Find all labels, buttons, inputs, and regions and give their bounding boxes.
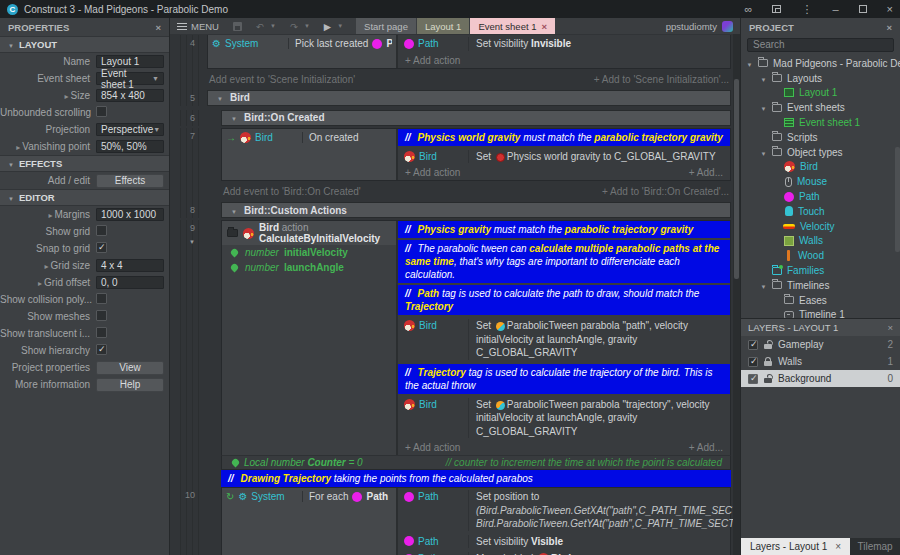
section-effects[interactable]: EFFECTS [0, 155, 169, 172]
tab-tilemap[interactable]: Tilemap [850, 538, 900, 555]
action-row[interactable]: Path Set visibility Invisible [398, 35, 730, 53]
close-project-icon[interactable]: × [886, 22, 892, 33]
layer-visible-checkbox[interactable] [748, 374, 758, 384]
tree-item-scripts[interactable]: Scripts [741, 130, 900, 145]
section-layout[interactable]: LAYOUT [0, 36, 169, 53]
preview-button[interactable]: ▶▼ [317, 18, 350, 34]
size-field[interactable]: 854 x 480 [96, 89, 164, 102]
add-action-link[interactable]: + Add action [405, 55, 460, 66]
collapse-icon[interactable] [231, 205, 237, 216]
local-variable-row[interactable]: Local number Counter = 0 // counter to i… [221, 455, 731, 470]
close-layers-icon[interactable]: × [887, 322, 893, 333]
action-row[interactable]: Path Set position to (Bird.ParabolicTwee… [398, 488, 730, 533]
snap-to-grid-checkbox[interactable] [96, 242, 107, 253]
minimize-button[interactable]: – [832, 3, 838, 15]
layer-row-gameplay[interactable]: Gameplay2 [741, 336, 900, 353]
show-grid-checkbox[interactable] [96, 225, 107, 236]
tree-item-mouse[interactable]: Mouse [741, 174, 900, 189]
add-to-group-link[interactable]: + Add to 'Bird::On Created'... [602, 186, 729, 197]
comment[interactable]: //Physics gravity must match the parabol… [398, 221, 730, 238]
tab-event-sheet-1[interactable]: Event sheet 1× [470, 18, 555, 34]
event-sheet-scrollbar[interactable] [733, 34, 740, 555]
grid-size-field[interactable]: 4 x 4 [96, 259, 164, 272]
tree-item-wood[interactable]: Wood [741, 248, 900, 263]
lock-closed-icon[interactable] [764, 361, 772, 366]
condition-row[interactable]: ↻⚙System For each Path [222, 488, 396, 505]
show-collision-checkbox[interactable] [96, 293, 107, 304]
tree-item-bird[interactable]: Bird [741, 160, 900, 175]
event-sheet-select[interactable]: Event sheet 1▼ [96, 72, 164, 85]
collapse-icon[interactable] [217, 92, 223, 103]
layer-visible-checkbox[interactable] [748, 357, 758, 367]
collapse-icon[interactable] [189, 236, 195, 246]
tree-item-eases[interactable]: Eases [741, 293, 900, 308]
menu-button[interactable]: MENU [170, 18, 226, 34]
name-field[interactable]: Layout 1 [96, 55, 164, 68]
effects-button[interactable]: Effects [96, 174, 164, 188]
vanishing-point-field[interactable]: 50%, 50% [96, 140, 164, 153]
tree-item-velocity[interactable]: Velocity [741, 219, 900, 234]
remote-link-icon[interactable]: ∞ [745, 3, 753, 15]
action-row[interactable]: Bird Set ParabolicTween parabola "trajec… [398, 396, 730, 441]
action-row[interactable]: Bird Set ParabolicTween parabola "path",… [398, 317, 730, 362]
section-editor[interactable]: EDITOR [0, 189, 169, 206]
add-to-group-link[interactable]: + Add to 'Scene Initialization'... [594, 74, 729, 85]
layer-row-background[interactable]: Background0 [741, 370, 900, 387]
parameter-row[interactable]: numberlaunchAngle [222, 260, 396, 275]
scrollbar-thumb[interactable] [734, 79, 739, 279]
comment[interactable]: //Physics world gravity must match the p… [398, 129, 730, 146]
maximize-button[interactable] [859, 5, 867, 13]
add-link[interactable]: + Add... [689, 167, 723, 178]
tree-item-layout-1[interactable]: Layout 1 [741, 86, 900, 101]
parameter-row[interactable]: numberinitialVelocity [222, 245, 396, 260]
tree-item-object-types[interactable]: Object types [741, 145, 900, 160]
tree-item-touch[interactable]: Touch [741, 204, 900, 219]
workspace-icon[interactable] [772, 5, 781, 13]
search-input[interactable]: Search [747, 38, 894, 52]
tree-item-layouts[interactable]: Layouts [741, 71, 900, 86]
tree-item-event-sheet-1[interactable]: Event sheet 1 [741, 115, 900, 130]
show-meshes-checkbox[interactable] [96, 310, 107, 321]
inline-comment[interactable]: // counter to increment the time at whic… [446, 457, 722, 468]
tree-item-walls[interactable]: Walls [741, 234, 900, 249]
add-action-link[interactable]: + Add action [405, 442, 460, 453]
group-bird-on-created[interactable]: Bird::On Created [221, 110, 731, 126]
layer-row-walls[interactable]: Walls1 [741, 353, 900, 370]
custom-action-header[interactable]: Bird action CalculateByInitialVelocity [222, 221, 396, 245]
action-row[interactable]: Bird Set Physics world gravity to C_GLOB… [398, 148, 730, 166]
comment[interactable]: //The parabolic tween can calculate mult… [398, 240, 730, 283]
group-bird-custom-actions[interactable]: Bird::Custom Actions [221, 202, 731, 218]
collapse-icon[interactable] [231, 112, 237, 123]
close-window-button[interactable]: × [887, 3, 893, 15]
condition-row[interactable]: ⚙System Pick last created Path [208, 35, 396, 52]
tree-item-families[interactable]: Families [741, 263, 900, 278]
close-properties-icon[interactable]: × [155, 22, 161, 33]
help-button[interactable]: Help [96, 378, 164, 392]
margins-field[interactable]: 1000 x 1000 [96, 208, 164, 221]
close-tab-icon[interactable]: × [835, 541, 841, 552]
comment[interactable]: //Trajectory tag is used to calculate th… [398, 364, 730, 394]
redo-button[interactable]: ↷▼ [283, 18, 317, 34]
tab-layout-1[interactable]: Layout 1 [417, 18, 469, 34]
tab-start-page[interactable]: Start page [356, 18, 416, 34]
group-bird[interactable]: Bird [207, 90, 731, 106]
comment[interactable]: //Drawing Trajectory taking the points f… [221, 470, 731, 487]
tree-item-timeline-1[interactable]: Timeline 1 [741, 308, 900, 318]
show-translucent-checkbox[interactable] [96, 327, 107, 338]
lock-open-icon[interactable] [764, 378, 772, 383]
add-action-link[interactable]: + Add action [405, 167, 460, 178]
kebab-menu-icon[interactable]: ⋮ [801, 3, 812, 16]
condition-row[interactable]: →Bird On created [222, 129, 396, 146]
scrollbar-thumb[interactable] [895, 147, 900, 252]
show-hierarchy-checkbox[interactable] [96, 344, 107, 355]
account-button[interactable]: ppstudiomty [666, 18, 740, 34]
layer-visible-checkbox[interactable] [748, 340, 758, 350]
projection-select[interactable]: Perspective▼ [96, 123, 164, 136]
action-row[interactable]: Path Move behind Bird [398, 550, 730, 555]
tab-layers-layout-1[interactable]: Layers - Layout 1× [741, 538, 850, 555]
tree-item-path[interactable]: Path [741, 189, 900, 204]
add-event-link[interactable]: Add event to 'Scene Initialization' [209, 74, 355, 85]
comment[interactable]: //Path tag is used to calculate the path… [398, 285, 730, 315]
save-button[interactable] [226, 18, 249, 34]
project-scrollbar[interactable] [894, 52, 900, 314]
